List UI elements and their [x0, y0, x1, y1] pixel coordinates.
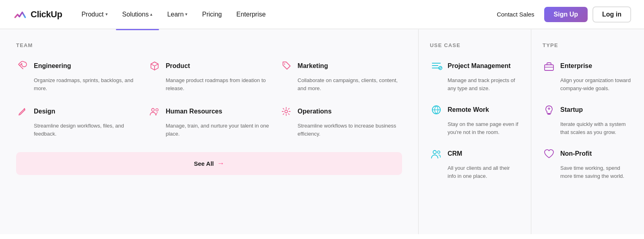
enterprise-title: Enterprise	[560, 62, 592, 70]
contact-sales-link[interactable]: Contact Sales	[492, 8, 539, 21]
team-marketing[interactable]: Marketing Collaborate on campaigns, clie…	[280, 60, 402, 92]
nav-solutions-label: Solutions	[122, 11, 149, 18]
crm-title: CRM	[448, 150, 462, 157]
type-enterprise[interactable]: Enterprise Align your organization towar…	[543, 60, 633, 92]
nav-learn-label: Learn	[167, 11, 184, 18]
nav-learn[interactable]: Learn ▾	[161, 8, 194, 21]
nonprofit-desc: Save time working, spend more time savin…	[543, 164, 633, 180]
team-operations-header: Operations	[280, 105, 402, 118]
nav-enterprise[interactable]: Enterprise	[230, 8, 272, 21]
team-operations[interactable]: Operations Streamline workflows to incre…	[280, 105, 402, 138]
login-button[interactable]: Log in	[592, 6, 631, 23]
usecase-project-management[interactable]: Project Management Manage and track proj…	[430, 60, 520, 92]
type-nonprofit[interactable]: Non-Profit Save time working, spend more…	[543, 147, 633, 180]
learn-chevron: ▾	[185, 12, 188, 17]
usecase-remote-work[interactable]: Remote Work Stay on the same page even i…	[430, 103, 520, 136]
nav-pricing-label: Pricing	[202, 11, 222, 18]
marketing-title: Marketing	[297, 62, 328, 70]
svg-rect-8	[545, 65, 553, 70]
hr-title: Human Resources	[166, 108, 223, 115]
team-product-header: Product	[148, 60, 270, 72]
team-engineering-header: Engineering	[16, 60, 138, 72]
tag-icon	[280, 60, 293, 72]
operations-desc: Streamline workflows to increase busines…	[280, 122, 402, 138]
design-desc: Streamline design workflows, files, and …	[16, 122, 138, 138]
nonprofit-header: Non-Profit	[543, 147, 633, 160]
svg-point-7	[438, 151, 440, 153]
team-marketing-header: Marketing	[280, 60, 402, 72]
svg-point-3	[285, 110, 288, 113]
usecase-crm[interactable]: CRM All your clients and all their info …	[430, 147, 520, 180]
crm-desc: All your clients and all their info in o…	[430, 164, 520, 180]
cube-icon	[148, 60, 161, 72]
crm-header: CRM	[430, 147, 520, 160]
nav-product[interactable]: Product ▾	[75, 8, 114, 21]
see-all-arrow-icon: →	[217, 159, 224, 168]
startup-desc: Iterate quickly with a system that scale…	[543, 120, 633, 136]
logo[interactable]: ClickUp	[13, 7, 62, 22]
remote-header: Remote Work	[430, 103, 520, 116]
svg-point-1	[151, 109, 154, 111]
nav-right: Contact Sales Sign Up Log in	[492, 6, 631, 23]
svg-point-6	[433, 150, 436, 154]
svg-point-0	[284, 64, 285, 65]
bulb-icon	[543, 103, 555, 116]
see-all-label: See All	[194, 160, 214, 167]
usecase-menu: Project Management Manage and track proj…	[430, 60, 520, 180]
startup-header: Startup	[543, 103, 633, 116]
solutions-dropdown: TEAM Engineering Organize roadmaps, spri…	[0, 29, 644, 234]
team-hr-header: Human Resources	[148, 105, 270, 118]
pm-header: Project Management	[430, 60, 520, 72]
product-chevron: ▾	[105, 12, 108, 17]
nav-links: Product ▾ Solutions ▴ Learn ▾ Pricing En…	[75, 8, 492, 21]
solutions-chevron: ▴	[150, 12, 153, 17]
heart-icon	[543, 147, 555, 160]
usecase-section: USE CASE Project Management Manage and t…	[419, 29, 531, 234]
startup-title: Startup	[560, 106, 583, 113]
pencil-icon	[16, 105, 29, 118]
nav-solutions[interactable]: Solutions ▴	[116, 8, 159, 21]
nav-enterprise-label: Enterprise	[236, 11, 266, 18]
hr-desc: Manage, train, and nurture your talent i…	[148, 122, 270, 138]
design-title: Design	[34, 108, 55, 115]
wrench-icon	[16, 60, 29, 72]
operations-title: Operations	[297, 108, 331, 115]
nav-product-label: Product	[81, 11, 103, 18]
enterprise-desc: Align your organization toward company-w…	[543, 76, 633, 92]
team-section: TEAM Engineering Organize roadmaps, spri…	[0, 29, 419, 234]
usecase-heading: USE CASE	[430, 42, 520, 48]
team-hr[interactable]: Human Resources Manage, train, and nurtu…	[148, 105, 270, 138]
product-title: Product	[166, 62, 190, 70]
list-icon	[430, 60, 443, 72]
type-startup[interactable]: Startup Iterate quickly with a system th…	[543, 103, 633, 136]
product-desc: Manage product roadmaps from ideation to…	[148, 76, 270, 92]
remote-title: Remote Work	[448, 106, 489, 113]
pm-desc: Manage and track projects of any type an…	[430, 76, 520, 92]
type-section: TYPE Enterprise Align your organization …	[531, 29, 644, 234]
team-product[interactable]: Product Manage product roadmaps from ide…	[148, 60, 270, 92]
team-design[interactable]: Design Streamline design workflows, file…	[16, 105, 138, 138]
engineering-desc: Organize roadmaps, sprints, backlogs, an…	[16, 76, 138, 92]
type-heading: TYPE	[543, 42, 633, 48]
logo-icon	[13, 7, 27, 22]
team-design-header: Design	[16, 105, 138, 118]
nonprofit-title: Non-Profit	[560, 150, 592, 157]
nav-pricing[interactable]: Pricing	[196, 8, 228, 21]
team-grid: Engineering Organize roadmaps, sprints, …	[16, 60, 402, 138]
briefcase-icon	[543, 60, 555, 72]
svg-point-2	[156, 109, 158, 111]
marketing-desc: Collaborate on campaigns, clients, conte…	[280, 76, 402, 92]
engineering-title: Engineering	[34, 62, 71, 70]
logo-text: ClickUp	[31, 9, 62, 20]
users-icon	[430, 147, 443, 160]
see-all-button[interactable]: See All →	[16, 152, 402, 175]
pm-title: Project Management	[448, 62, 510, 70]
navbar: ClickUp Product ▾ Solutions ▴ Learn ▾ Pr…	[0, 0, 644, 29]
team-engineering[interactable]: Engineering Organize roadmaps, sprints, …	[16, 60, 138, 92]
gear-icon	[280, 105, 293, 118]
people-icon	[148, 105, 161, 118]
globe-icon	[430, 103, 443, 116]
signup-button[interactable]: Sign Up	[544, 7, 588, 22]
type-menu: Enterprise Align your organization towar…	[543, 60, 633, 180]
team-heading: TEAM	[16, 42, 402, 48]
